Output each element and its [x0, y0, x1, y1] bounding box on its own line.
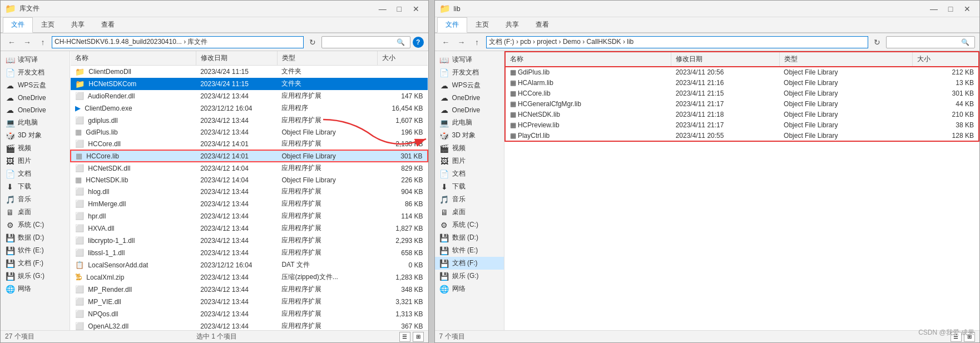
right-sidebar-item-softwaree[interactable]: 💾 软件 (E:)	[435, 244, 504, 257]
right-tab-home[interactable]: 主页	[467, 17, 497, 32]
left-table-row[interactable]: ⬜ libcrypto-1_1.dll 2023/4/12 13:44 应用程序…	[71, 235, 428, 247]
left-sidebar-item-softwaree[interactable]: 💾 软件 (E:)	[1, 244, 70, 257]
right-table-row[interactable]: ▦ GdiPlus.lib 2023/4/11 20:56 Object Fil…	[505, 67, 979, 78]
right-sidebar-item-desktop[interactable]: 🖥 桌面	[435, 206, 504, 218]
left-table-row[interactable]: ▦ HCCore.lib 2023/4/12 14:01 Object File…	[71, 150, 428, 162]
left-table-row[interactable]: ▦ GdiPlus.lib 2023/4/12 13:44 Object Fil…	[71, 127, 428, 138]
left-view-grid-button[interactable]: ⊞	[413, 332, 424, 342]
right-col-date[interactable]: 修改日期	[671, 52, 779, 67]
right-refresh-button[interactable]: ↻	[870, 36, 884, 49]
left-table-row[interactable]: ⬜ HCCore.dll 2023/4/12 14:01 应用程序扩展 2,13…	[71, 138, 428, 151]
left-tab-home[interactable]: 主页	[33, 17, 63, 32]
right-col-type[interactable]: 类型	[779, 52, 912, 67]
right-sidebar-item-wps[interactable]: ☁ WPS云盘	[435, 79, 504, 92]
right-sidebar-item-devdoc[interactable]: 📄 开发文档	[435, 66, 504, 79]
right-col-size[interactable]: 大小	[912, 52, 979, 67]
right-tab-file[interactable]: 文件	[437, 17, 467, 33]
right-sidebar-item-network[interactable]: 🌐 网络	[435, 282, 504, 295]
left-sidebar-item-desktop[interactable]: 🖥 桌面	[1, 206, 70, 218]
right-sidebar-item-read[interactable]: 📖 读写译	[435, 53, 504, 66]
right-sidebar-item-download[interactable]: ⬇ 下载	[435, 180, 504, 193]
right-maximize-button[interactable]: □	[943, 3, 958, 15]
left-table-row[interactable]: ⬜ libssl-1_1.dll 2023/4/12 13:44 应用程序扩展 …	[71, 247, 428, 259]
right-tab-view[interactable]: 查看	[527, 17, 557, 32]
right-sidebar-item-music[interactable]: 🎵 音乐	[435, 193, 504, 206]
left-table-row[interactable]: ⬜ MP_Render.dll 2023/4/12 13:44 应用程序扩展 3…	[71, 284, 428, 296]
left-table-row[interactable]: ⬜ OpenAL32.dll 2023/4/12 13:44 应用程序扩展 36…	[71, 320, 428, 331]
left-table-row[interactable]: ⬜ MP_VIE.dll 2023/4/12 13:44 应用程序扩展 3,32…	[71, 296, 428, 308]
left-table-row[interactable]: ⬜ HXVA.dll 2023/4/12 13:44 应用程序扩展 1,827 …	[71, 222, 428, 235]
left-tab-share[interactable]: 共享	[63, 17, 93, 32]
left-back-button[interactable]: ←	[5, 36, 18, 49]
right-table-row[interactable]: ▦ HCPreview.lib 2023/4/11 21:17 Object F…	[505, 120, 979, 131]
left-forward-button[interactable]: →	[21, 36, 34, 49]
left-table-row[interactable]: ⬜ gdiplus.dll 2023/4/12 13:44 应用程序扩展 1,6…	[71, 115, 428, 127]
left-table-row[interactable]: 🗜 LocalXml.zip 2023/4/12 13:44 压缩(zipped…	[71, 271, 428, 284]
left-sidebar-item-pics[interactable]: 🖼 图片	[1, 155, 70, 167]
left-sidebar-item-music[interactable]: 🎵 音乐	[1, 193, 70, 206]
left-view-list-button[interactable]: ☰	[399, 332, 410, 342]
left-maximize-button[interactable]: □	[392, 3, 407, 15]
left-sidebar-item-thispc[interactable]: 💻 此电脑	[1, 116, 70, 129]
right-sidebar-item-docs[interactable]: 📄 文档	[435, 167, 504, 180]
left-search-input[interactable]	[324, 38, 397, 46]
right-sidebar-item-datad[interactable]: 💾 数据 (D:)	[435, 231, 504, 244]
right-sidebar-item-entg[interactable]: 💾 娱乐 (G:)	[435, 270, 504, 282]
left-sidebar-item-video[interactable]: 🎬 视频	[1, 142, 70, 155]
left-sidebar-item-docf[interactable]: 💾 文档 (F:)	[1, 257, 70, 270]
left-sidebar-item-onedrive2[interactable]: ☁ OneDrive	[1, 104, 70, 116]
right-table-row[interactable]: ▦ PlayCtrl.lib 2023/4/11 20:55 Object Fi…	[505, 131, 979, 142]
right-sidebar-item-pics[interactable]: 🖼 图片	[435, 155, 504, 167]
left-table-row[interactable]: ⬜ hlog.dll 2023/4/12 13:44 应用程序扩展 904 KB	[71, 186, 428, 198]
left-sidebar-item-systemc[interactable]: ⚙ 系统 (C:)	[1, 218, 70, 231]
left-table-row[interactable]: ▶ ClientDemo.exe 2023/12/12 16:04 应用程序 1…	[71, 102, 428, 115]
right-table-row[interactable]: ▦ HCCore.lib 2023/4/11 21:15 Object File…	[505, 88, 979, 99]
right-tab-share[interactable]: 共享	[497, 17, 527, 32]
right-search-input[interactable]	[889, 38, 961, 46]
left-table-row[interactable]: ⬜ HmMerge.dll 2023/4/12 13:44 应用程序扩展 86 …	[71, 198, 428, 210]
right-file-list[interactable]: 名称 修改日期 类型 大小 ▦ GdiPlus.lib 2023/4/11 20…	[504, 51, 979, 330]
left-sidebar-item-onedrive1[interactable]: ☁ OneDrive	[1, 92, 70, 104]
left-sidebar-item-entg[interactable]: 💾 娱乐 (G:)	[1, 270, 70, 282]
left-col-name[interactable]: 名称	[71, 51, 196, 66]
left-refresh-button[interactable]: ↻	[306, 36, 319, 49]
left-search-box[interactable]: 🔍	[321, 36, 410, 48]
left-sidebar-item-wps[interactable]: ☁ WPS云盘	[1, 79, 70, 92]
left-minimize-button[interactable]: —	[375, 3, 390, 15]
left-table-row[interactable]: ⬜ hpr.dll 2023/4/12 13:44 应用程序扩展 114 KB	[71, 210, 428, 222]
left-tab-file[interactable]: 文件	[3, 17, 33, 33]
left-tab-view[interactable]: 查看	[93, 17, 123, 32]
right-sidebar-item-onedrive1[interactable]: ☁ OneDrive	[435, 92, 504, 104]
right-sidebar-item-video[interactable]: 🎬 视频	[435, 142, 504, 155]
left-table-row[interactable]: 📁 ClientDemoDll 2023/4/24 11:15 文件夹	[71, 66, 428, 78]
left-col-type[interactable]: 类型	[277, 51, 377, 66]
left-close-button[interactable]: ✕	[408, 3, 424, 15]
left-table-row[interactable]: 📋 LocalSensorAdd.dat 2023/12/12 16:04 DA…	[71, 259, 428, 271]
left-sidebar-item-download[interactable]: ⬇ 下载	[1, 180, 70, 193]
right-table-row[interactable]: ▦ HCGeneralCfgMgr.lib 2023/4/11 21:17 Ob…	[505, 99, 979, 110]
left-col-date[interactable]: 修改日期	[196, 51, 277, 66]
right-sidebar-item-thispc[interactable]: 💻 此电脑	[435, 116, 504, 129]
left-sidebar-item-3d[interactable]: 🎲 3D 对象	[1, 129, 70, 142]
right-sidebar-item-onedrive2[interactable]: ☁ OneDrive	[435, 104, 504, 116]
right-sidebar-item-docf[interactable]: 💾 文档 (F:)	[435, 257, 504, 270]
left-file-list[interactable]: 名称 修改日期 类型 大小 📁 ClientDemoDll 2023/4/24 …	[70, 51, 428, 330]
left-up-button[interactable]: ↑	[36, 36, 50, 49]
right-up-button[interactable]: ↑	[471, 36, 484, 49]
left-table-row[interactable]: 📁 HCNetSDKCom 2023/4/24 11:15 文件夹	[71, 78, 428, 90]
left-table-row[interactable]: ⬜ HCNetSDK.dll 2023/4/12 14:04 应用程序扩展 82…	[71, 162, 428, 175]
right-sidebar-item-systemc[interactable]: ⚙ 系统 (C:)	[435, 218, 504, 231]
left-sidebar-item-devdoc[interactable]: 📄 开发文档	[1, 66, 70, 79]
left-sidebar-item-read[interactable]: 📖 读写译	[1, 53, 70, 66]
right-forward-button[interactable]: →	[455, 36, 468, 49]
left-sidebar-item-datad[interactable]: 💾 数据 (D:)	[1, 231, 70, 244]
left-col-size[interactable]: 大小	[378, 51, 428, 66]
right-minimize-button[interactable]: —	[926, 3, 942, 15]
left-table-row[interactable]: ⬜ AudioRender.dll 2023/4/12 13:44 应用程序扩展…	[71, 90, 428, 102]
left-help-button[interactable]: ?	[413, 37, 424, 48]
left-sidebar-item-docs[interactable]: 📄 文档	[1, 167, 70, 180]
right-col-name[interactable]: 名称	[505, 52, 671, 67]
left-breadcrumb[interactable]: CH-HCNetSDKV6.1.9.48_build20230410... › …	[52, 36, 304, 48]
right-table-row[interactable]: ▦ HCNetSDK.lib 2023/4/11 21:18 Object Fi…	[505, 110, 979, 120]
left-table-row[interactable]: ⬜ NPQos.dll 2023/4/12 13:44 应用程序扩展 1,313…	[71, 308, 428, 320]
